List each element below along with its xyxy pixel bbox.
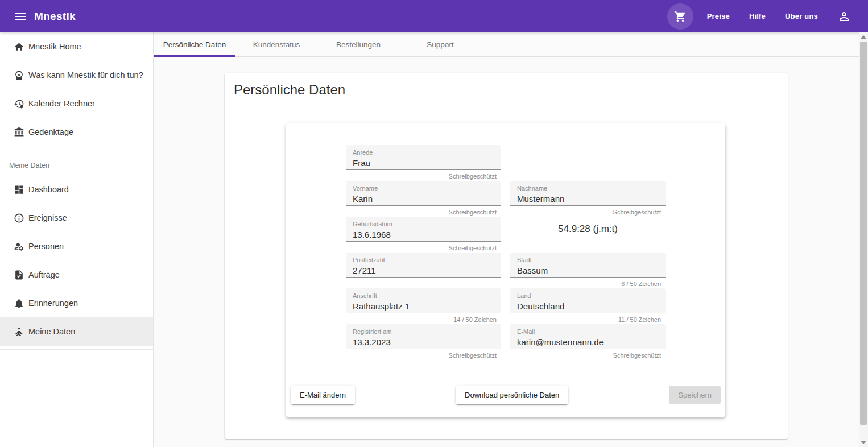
account-button[interactable]	[833, 5, 855, 28]
app-header: Mnestik Preise Hilfe Über uns	[0, 0, 868, 32]
people-gear-icon	[14, 241, 24, 252]
info-icon	[14, 213, 24, 224]
scroll-up-icon[interactable]	[861, 35, 866, 39]
scroll-down-icon[interactable]	[861, 441, 866, 444]
anrede-field: Anrede Frau	[346, 145, 501, 170]
field-value: Rathausplatz 1	[353, 301, 494, 312]
vertical-scrollbar[interactable]	[859, 32, 868, 447]
sidebar-item-label: Dashboard	[28, 185, 69, 194]
field-label: Registriert am	[353, 328, 494, 335]
land-field[interactable]: Land Deutschland	[510, 288, 666, 313]
menu-icon[interactable]	[9, 5, 32, 28]
field-helper	[346, 278, 501, 288]
postleitzahl-field[interactable]: Postleitzahl 27211	[346, 253, 501, 278]
sidebar-item-label: Erinnerungen	[28, 299, 78, 308]
field-value: Bassum	[517, 265, 659, 276]
geburtsdatum-field: Geburtsdatum 13.6.1968	[346, 217, 501, 242]
person-icon	[837, 10, 851, 23]
field-helper: Schreibgeschützt	[346, 242, 501, 253]
field-label: Postleitzahl	[353, 256, 494, 263]
stadt-field[interactable]: Stadt Bassum	[510, 253, 666, 278]
form-grid: Anrede Frau Schreibgeschützt Vorname Kar…	[346, 145, 666, 360]
field-value: Mustermann	[517, 193, 659, 204]
sidebar-item-kalender-rechner[interactable]: Kalender Rechner	[0, 89, 153, 118]
sidebar-divider	[0, 349, 153, 350]
tab-bestellungen[interactable]: Bestellungen	[317, 32, 399, 56]
sidebar-item-auftraege[interactable]: Aufträge	[0, 260, 153, 289]
field-value: 13.3.2023	[353, 337, 494, 347]
memorial-icon	[14, 127, 24, 138]
brand-title: Mnestik	[34, 10, 76, 23]
sidebar-item-label: Personen	[28, 242, 64, 251]
field-helper: Schreibgeschützt	[346, 349, 501, 360]
field-helper: Schreibgeschützt	[346, 206, 501, 217]
tab-bar: Persönliche Daten Kundenstatus Bestellun…	[154, 32, 859, 57]
sidebar-item-gedenktage[interactable]: Gedenktage	[0, 118, 153, 146]
field-value: Deutschland	[517, 301, 659, 312]
sidebar-item-label: Was kann Mnestik für dich tun?	[28, 71, 143, 80]
age-display: 54.9:28 (j.m:t)	[510, 217, 666, 242]
sidebar-item-erinnerungen[interactable]: Erinnerungen	[0, 289, 153, 317]
tab-support[interactable]: Support	[399, 32, 481, 56]
field-label: Vorname	[353, 185, 494, 192]
field-helper: Schreibgeschützt	[510, 349, 666, 360]
field-value: Frau	[353, 158, 494, 168]
scrollbar-thumb[interactable]	[860, 42, 867, 425]
field-label: Stadt	[517, 256, 659, 263]
field-label: Anrede	[353, 149, 494, 156]
save-button[interactable]: Speichern	[669, 386, 721, 404]
header-nav: Preise Hilfe Über uns	[707, 12, 818, 20]
tab-kundenstatus[interactable]: Kundenstatus	[235, 32, 317, 56]
field-helper: 6 / 50 Zeichen	[510, 278, 666, 288]
nav-ueber-uns[interactable]: Über uns	[785, 12, 818, 20]
vorname-field: Vorname Karin	[346, 181, 501, 206]
page-title: Persönliche Daten	[234, 82, 345, 98]
cart-icon	[674, 10, 687, 23]
sidebar-item-label: Ereignisse	[28, 213, 67, 222]
sidebar-item-ereignisse[interactable]: Ereignisse	[0, 204, 153, 232]
task-check-icon	[14, 270, 24, 280]
field-helper: Schreibgeschützt	[346, 170, 501, 181]
home-icon	[14, 42, 24, 52]
email-field: E-Mail karin@mustermann.de	[510, 324, 666, 349]
change-email-button[interactable]: E-Mail ändern	[291, 386, 355, 404]
calendar-calc-icon	[14, 98, 24, 109]
sidebar-item-mnestik-home[interactable]: Mnestik Home	[0, 32, 153, 61]
field-helper: 14 / 50 Zeichen	[346, 313, 501, 324]
tab-persoenliche-daten[interactable]: Persönliche Daten	[154, 32, 235, 56]
sidebar: Mnestik Home Was kann Mnestik für dich t…	[0, 32, 154, 447]
personal-data-card: Persönliche Daten Anrede Frau Schreibges…	[225, 73, 788, 439]
field-value: karin@mustermann.de	[517, 337, 659, 347]
sidebar-item-meine-daten[interactable]: Meine Daten	[0, 317, 153, 346]
bell-icon	[14, 298, 24, 309]
nachname-field: Nachname Mustermann	[510, 181, 666, 206]
field-helper: Schreibgeschützt	[510, 206, 666, 217]
field-label: Nachname	[517, 185, 659, 192]
sidebar-section-label: Meine Daten	[0, 154, 153, 175]
sidebar-item-label: Aufträge	[28, 270, 60, 279]
sidebar-item-personen[interactable]: Personen	[0, 232, 153, 260]
field-label: Geburtsdatum	[353, 221, 494, 227]
anschrift-field[interactable]: Anschrift Rathausplatz 1	[346, 288, 501, 313]
field-helper: 11 / 50 Zeichen	[510, 313, 666, 324]
sidebar-item-label: Mnestik Home	[28, 42, 81, 51]
dashboard-icon	[14, 184, 24, 195]
field-label: Land	[517, 292, 659, 299]
nav-preise[interactable]: Preise	[707, 12, 730, 20]
sidebar-item-label: Meine Daten	[28, 327, 75, 336]
sidebar-item-label: Kalender Rechner	[28, 99, 95, 108]
nav-hilfe[interactable]: Hilfe	[749, 12, 766, 20]
sidebar-divider	[0, 150, 153, 150]
meditation-icon	[14, 326, 24, 337]
field-value: Karin	[353, 193, 494, 204]
field-label: E-Mail	[517, 328, 659, 335]
field-label: Anschrift	[353, 292, 494, 299]
registriert-am-field: Registriert am 13.3.2023	[346, 324, 501, 349]
form-actions: E-Mail ändern Download persönliche Daten…	[286, 386, 725, 404]
badge-icon	[14, 70, 24, 81]
sidebar-item-was-kann-mnestik[interactable]: Was kann Mnestik für dich tun?	[0, 61, 153, 89]
cart-button[interactable]	[667, 3, 693, 30]
download-personal-data-button[interactable]: Download persönliche Daten	[456, 386, 568, 404]
sidebar-item-dashboard[interactable]: Dashboard	[0, 175, 153, 204]
field-value: 27211	[353, 265, 494, 276]
